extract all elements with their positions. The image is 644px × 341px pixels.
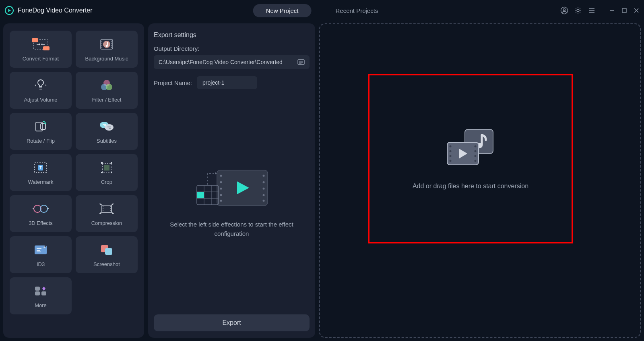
svg-rect-32 [111,162,112,164]
project-name-row: Project Name: project-1 [154,76,310,89]
svg-point-56 [262,194,264,196]
tool-crop[interactable]: Crop [76,154,138,191]
svg-point-75 [450,160,452,162]
svg-point-57 [262,200,264,202]
drop-zone-highlight: Add or drag files here to start conversi… [368,74,573,243]
tool-convert-format[interactable]: Convert Format [10,31,72,68]
svg-point-53 [262,175,264,177]
svg-point-3 [577,9,579,12]
browse-folder-icon[interactable] [297,59,305,65]
account-icon[interactable] [560,6,568,15]
more-icon [33,284,48,298]
tool-filter-effect[interactable]: Filter / Effect [76,72,138,109]
effect-config-placeholder: Select the left side effections to start… [154,89,310,314]
project-name-label: Project Name: [154,79,192,86]
svg-point-16 [111,46,112,47]
titlebar: FoneDog Video Converter New Project Rece… [0,0,644,21]
svg-rect-47 [105,248,112,255]
svg-point-40 [103,210,103,211]
effect-hint-text: Select the left side effections to start… [162,220,301,238]
svg-point-79 [475,160,477,162]
svg-rect-34 [111,172,112,173]
svg-rect-33 [101,172,103,173]
body-content: Convert Format Background Music [0,21,644,341]
maximize-icon[interactable] [621,8,627,13]
svg-point-41 [110,206,111,207]
tab-group: New Project Recent Projects [253,4,391,17]
svg-rect-6 [32,38,38,42]
svg-point-61 [220,194,222,196]
3d-effects-icon [32,202,50,216]
svg-rect-4 [622,8,626,12]
tool-label: Convert Format [23,56,59,62]
tool-background-music[interactable]: Background Music [76,31,138,68]
project-name-input[interactable]: project-1 [197,76,257,89]
tool-label: Compression [91,220,122,226]
effect-placeholder-icon [194,165,270,210]
svg-point-78 [475,155,477,157]
output-directory-input[interactable]: C:\Users\pc\FoneDog Video Converter\Conv… [154,55,310,69]
id3-icon [33,243,49,257]
app-logo-icon [5,6,14,15]
tool-label: 3D Effects [29,220,53,226]
tool-3d-effects[interactable]: 3D Effects [10,195,72,232]
menu-icon[interactable] [588,6,596,15]
tool-label: Rotate / Flip [27,138,55,144]
tool-id3[interactable]: ID3 [10,236,72,273]
svg-point-58 [220,175,222,177]
svg-point-76 [475,146,477,148]
svg-point-74 [450,155,452,157]
app-title: FoneDog Video Converter [18,7,93,14]
filter-effect-icon [99,78,114,93]
tab-recent-projects[interactable]: Recent Projects [322,4,391,17]
tool-screenshot[interactable]: Screenshot [76,236,138,273]
svg-point-15 [111,44,112,45]
crop-icon [99,160,114,175]
svg-point-60 [220,188,222,190]
adjust-volume-icon [33,78,48,93]
tool-adjust-volume[interactable]: Adjust Volume [10,72,72,109]
svg-point-12 [101,46,102,47]
export-button[interactable]: Export [154,314,310,331]
tool-watermark[interactable]: T Watermark [10,154,72,191]
svg-point-45 [45,245,46,247]
subtitles-icon [99,119,115,134]
sidebar-tools: Convert Format Background Music [3,23,144,338]
svg-point-14 [111,42,112,43]
tool-subtitles[interactable]: Subtitles [76,113,138,150]
svg-point-42 [110,208,111,209]
convert-format-icon [31,37,50,52]
svg-point-77 [475,150,477,152]
tool-compression[interactable]: Compression [76,195,138,232]
svg-point-73 [450,150,452,152]
svg-rect-7 [43,46,50,50]
settings-icon[interactable] [574,6,582,15]
tool-label: Screenshot [93,261,120,267]
svg-rect-23 [41,124,45,129]
svg-point-2 [563,8,565,10]
drop-zone-panel[interactable]: Add or drag files here to start conversi… [319,23,641,338]
drop-media-icon [446,128,495,166]
svg-rect-31 [101,162,103,164]
close-icon[interactable] [634,8,639,13]
svg-point-39 [103,208,103,209]
svg-point-54 [262,181,264,183]
tool-label: ID3 [37,261,45,267]
screenshot-icon [99,243,114,257]
export-settings-panel: Export settings Output Directory: C:\Use… [148,23,315,338]
drop-zone-text: Add or drag files here to start conversi… [413,183,528,190]
svg-point-13 [111,40,112,41]
titlebar-left: FoneDog Video Converter [5,6,93,15]
tab-new-project[interactable]: New Project [253,4,312,17]
svg-point-21 [106,84,112,90]
tool-more[interactable]: More [10,277,72,314]
tool-rotate-flip[interactable]: Rotate / Flip [10,113,72,150]
tool-label: Crop [101,179,112,185]
titlebar-right [560,6,639,15]
svg-rect-50 [35,291,40,295]
tool-label: Subtitles [97,138,117,144]
svg-point-9 [101,40,102,41]
export-settings-title: Export settings [154,31,310,39]
minimize-icon[interactable] [609,8,615,13]
tool-label: More [35,302,47,308]
